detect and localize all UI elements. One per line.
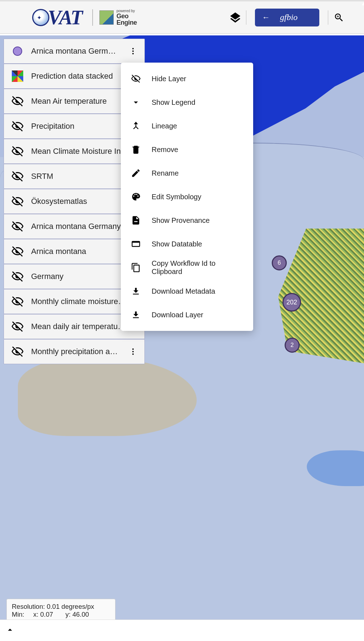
divider [246,10,246,25]
expand-panel-button[interactable] [5,625,15,636]
layer-icon-slot [11,220,24,233]
layer-icon-slot [11,345,24,358]
more-vert-icon [129,347,137,356]
download-icon [131,310,141,320]
vat-logo: VAT [32,6,82,29]
visibility-off-icon [11,245,24,258]
layer-more-button[interactable] [127,344,139,359]
visibility-off-icon [11,345,24,358]
visibility-off-icon [11,120,24,133]
visibility-off-icon [11,95,24,108]
merge-icon [131,121,141,131]
chevron-up-icon [5,625,15,635]
layer-icon-slot [11,45,24,58]
min-label: Min: [12,611,28,618]
ctx-item-label: Remove [152,146,178,154]
ctx-item-dllayer[interactable]: Download Layer [121,303,253,327]
ctx-item-label: Show Legend [152,98,195,107]
app-name-text: VAT [48,6,82,29]
visibility-off-icon [11,270,24,283]
powered-by-label: powered by [117,9,137,13]
ctx-item-label: Show Datatable [152,240,202,248]
logo-group: VAT powered by Geo Engine [32,6,137,29]
visibility-off-icon [11,170,24,183]
min-y: y: 46.00 [65,611,89,618]
gfbio-leaf-icon [361,0,364,6]
ctx-item-label: Lineage [152,122,177,130]
bottom-bar [0,620,364,641]
layer-icon-slot [11,320,24,333]
ctx-item-symbology[interactable]: Edit Symbology [121,185,253,209]
visibility-off-icon [11,195,24,208]
table-icon [131,239,141,249]
layer-name: Arnica montana German… [31,47,120,56]
layer-icon-slot [11,95,24,108]
cluster-marker[interactable]: 202 [282,293,301,312]
ctx-item-provenance[interactable]: Show Provenance [121,209,253,232]
ctx-item-legend[interactable]: Show Legend [121,90,253,114]
layer-name: Monthly precipitation am… [31,347,120,356]
layer-context-menu: Hide LayerShow LegendLineageRemoveRename… [121,63,253,331]
back-arrow-icon: ← [262,13,270,22]
geo-engine-icon [99,10,114,25]
layer-icon-slot [11,120,24,133]
layer-icon-slot [11,270,24,283]
layer-icon-slot [11,195,24,208]
zoom-in-icon [334,12,344,23]
chevron-down-icon [131,97,141,107]
ctx-item-label: Rename [152,169,179,177]
layer-item[interactable]: Monthly precipitation am… [4,339,145,364]
cluster-marker[interactable]: 6 [272,255,287,270]
ctx-item-remove[interactable]: Remove [121,138,253,161]
ctx-item-label: Edit Symbology [152,193,201,201]
geo-engine-badge: powered by Geo Engine [92,9,137,26]
layer-more-button[interactable] [127,44,139,58]
layer-icon-slot [11,145,24,158]
ctx-item-label: Download Layer [152,311,203,319]
palette-icon [131,192,141,202]
layer-icon-slot [11,70,24,83]
ctx-item-label: Copy Workflow Id to Clipboard [152,259,243,276]
ctx-item-datatable[interactable]: Show Datatable [121,232,253,256]
gfbio-button[interactable]: ← gfbio [255,9,319,26]
visibility-off-icon [11,320,24,333]
visibility-off-icon [11,295,24,308]
ctx-item-hide[interactable]: Hide Layer [121,67,253,90]
visibility-off-icon [131,74,141,84]
copy-icon [131,263,141,273]
resolution-title: Resolution: 0.01 degrees/px [12,603,110,611]
ctx-item-label: Show Provenance [152,216,210,225]
layers-button[interactable] [225,9,246,26]
layer-icon-slot [11,245,24,258]
pencil-icon [131,168,141,178]
point-symbol-icon [13,47,22,56]
visibility-off-icon [11,145,24,158]
download-icon [131,286,141,296]
visibility-off-icon [11,220,24,233]
layer-icon-slot [11,170,24,183]
trash-icon [131,145,141,155]
ctx-item-lineage[interactable]: Lineage [121,114,253,138]
ctx-item-rename[interactable]: Rename [121,161,253,185]
ctx-item-dlmeta[interactable]: Download Metadata [121,279,253,303]
layers-icon [229,11,241,24]
layer-icon-slot [11,295,24,308]
layer-item[interactable]: Arnica montana German… [4,39,145,64]
gfbio-label: gfbio [280,13,297,22]
ctx-item-label: Hide Layer [152,75,186,83]
app-header: VAT powered by Geo Engine ← gfbio [0,0,364,34]
ctx-item-copyid[interactable]: Copy Workflow Id to Clipboard [121,256,253,279]
doc-icon [131,215,141,225]
raster-stack-icon [12,70,23,82]
min-x: x: 0.07 [33,611,60,618]
ctx-item-label: Download Metadata [152,287,215,295]
cluster-marker[interactable]: 2 [285,338,300,353]
globe-icon [32,9,49,26]
more-vert-icon [129,47,137,55]
zoom-in-button[interactable] [328,9,350,26]
